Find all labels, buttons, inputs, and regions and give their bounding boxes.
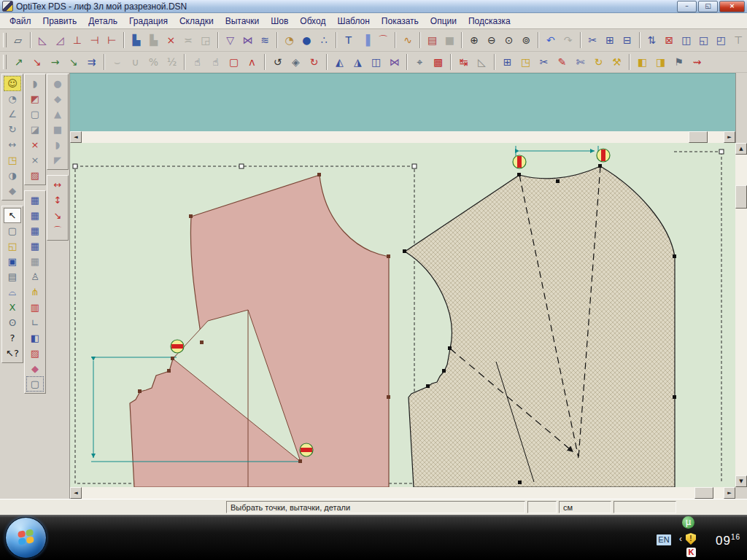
menu-item-10[interactable]: Опции xyxy=(425,15,462,28)
scroll-down-button[interactable]: ▼ xyxy=(735,475,747,487)
grid-icon[interactable]: ▦ xyxy=(26,254,44,269)
piece-duplicate-icon[interactable]: ◫ xyxy=(678,31,695,49)
horizontal-scroll-thumb[interactable] xyxy=(694,487,713,499)
pieces-overlap-icon[interactable]: ⊞ xyxy=(498,53,516,71)
save-icon[interactable]: ▣ xyxy=(4,254,21,269)
menu-item-6[interactable]: Шов xyxy=(265,15,294,28)
pan-hand-icon[interactable]: ☝ xyxy=(188,53,206,71)
print-icon[interactable]: ▤ xyxy=(4,269,21,284)
polyline-icon[interactable]: ʌ xyxy=(243,53,261,71)
paste-icon[interactable]: ⊟ xyxy=(619,31,636,49)
notch-point-icon[interactable]: ⌖ xyxy=(411,53,429,71)
redo-icon[interactable]: ↷ xyxy=(560,31,577,49)
help-icon[interactable]: ? xyxy=(4,330,21,346)
pattern-tool-d-icon[interactable]: ■ xyxy=(49,122,66,137)
table-points-icon[interactable]: ▦ xyxy=(26,192,44,208)
pattern-tool-f-icon[interactable]: ◤ xyxy=(49,152,66,168)
point-move-x-icon[interactable]: ↘ xyxy=(28,53,46,71)
menu-item-7[interactable]: Обход xyxy=(294,15,331,28)
corner-gray-icon[interactable]: ◲ xyxy=(197,31,214,49)
point-move-h-icon[interactable]: → xyxy=(46,53,64,71)
pin-left-icon[interactable]: ⊣ xyxy=(86,31,104,49)
start-button[interactable] xyxy=(5,517,47,559)
pieces-swap-icon[interactable]: ⇅ xyxy=(643,31,661,49)
pattern-tool-e-icon[interactable]: ◗ xyxy=(49,137,66,152)
flip-right-icon[interactable]: ◮ xyxy=(349,53,367,71)
mirror-x-icon[interactable]: ◫ xyxy=(367,53,385,71)
cut-line-icon[interactable]: ✄ xyxy=(571,53,589,71)
new-icon[interactable]: ▢ xyxy=(4,223,21,238)
canvas-vertical-scrollbar[interactable]: ▲ ▼ xyxy=(735,143,747,487)
measure-diag-icon[interactable]: ↘ xyxy=(49,208,66,223)
clock[interactable]: 0916 xyxy=(716,533,740,548)
marquee-red-icon[interactable]: ▢ xyxy=(225,53,243,71)
open-icon[interactable]: ◱ xyxy=(4,238,21,254)
ruler-triangle-icon[interactable]: ◺ xyxy=(473,53,491,71)
halves-icon[interactable]: ◑ xyxy=(4,168,21,183)
point-half-icon[interactable]: ½ xyxy=(163,53,181,71)
piece-dash-icon[interactable]: ▢ xyxy=(26,376,44,392)
menu-item-0[interactable]: Файл xyxy=(4,15,37,28)
piece-window-2-icon[interactable]: ◰ xyxy=(713,31,730,49)
shape-tool-2-icon[interactable]: ◩ xyxy=(26,91,44,106)
route-icon[interactable]: ⇝ xyxy=(688,53,706,71)
cut-icon[interactable]: ✂ xyxy=(584,31,602,49)
angle-icon[interactable]: ∠ xyxy=(4,106,21,122)
width-arrows-icon[interactable]: ↔ xyxy=(4,137,21,152)
flip-left-icon[interactable]: ◭ xyxy=(330,53,349,71)
shadow-piece-icon[interactable]: ▐ xyxy=(357,31,375,49)
point-move-v-icon[interactable]: ↘ xyxy=(64,53,82,71)
close-button[interactable]: × xyxy=(719,1,745,12)
pattern-tool-b-icon[interactable]: ◆ xyxy=(49,91,66,106)
curve-mid-icon[interactable]: ∪ xyxy=(126,53,144,71)
select-icon[interactable]: ↖ xyxy=(4,208,21,223)
menu-item-1[interactable]: Править xyxy=(37,15,83,28)
point-percent-icon[interactable]: % xyxy=(144,53,163,71)
shape-tool-3-icon[interactable]: ◪ xyxy=(26,122,44,137)
dots-tool-icon[interactable]: ∴ xyxy=(315,31,333,49)
help-arrow-icon[interactable]: ↖? xyxy=(4,346,21,361)
marquee-pts-icon[interactable]: ▢ xyxy=(26,106,44,122)
security-shield-icon[interactable]: ! xyxy=(686,533,696,545)
restore-button[interactable]: ◱ xyxy=(698,1,718,12)
fold-page-icon[interactable]: ◳ xyxy=(4,152,21,168)
palette-icon[interactable]: ▥ xyxy=(26,300,44,315)
excel-icon[interactable]: X xyxy=(4,300,21,315)
piece-extract-icon[interactable]: ◳ xyxy=(516,53,535,71)
piece-left-half-icon[interactable]: ◧ xyxy=(633,53,651,71)
shape-blob-icon[interactable]: ◆ xyxy=(4,183,21,198)
strip-scroll-left-button[interactable]: ◄ xyxy=(70,131,82,143)
set-square-icon[interactable]: ◺ xyxy=(34,31,52,49)
mouse-icon[interactable]: ʘ xyxy=(4,315,21,330)
garment-icon[interactable]: ⋔ xyxy=(26,284,44,300)
strip-scroll-right-button[interactable]: ► xyxy=(724,131,735,143)
button-blue-icon[interactable]: ● xyxy=(298,31,316,49)
stitch-gray-icon[interactable]: ≍ xyxy=(179,31,197,49)
mannequin-icon[interactable]: ♙ xyxy=(26,269,44,284)
rotate-arc-icon[interactable]: ↻ xyxy=(4,122,21,137)
measure-h-icon[interactable]: ↔ xyxy=(49,177,66,192)
eraser-icon[interactable]: ▱ xyxy=(9,31,27,49)
scroll-left-button[interactable]: ◄ xyxy=(70,487,82,499)
pattern-canvas[interactable] xyxy=(70,143,735,487)
hatch-band-icon[interactable]: ▨ xyxy=(26,168,44,183)
sewing-machine-icon[interactable]: ▙ xyxy=(128,31,145,49)
fold-yellow-icon[interactable]: ↻ xyxy=(589,53,608,71)
piece-window-icon[interactable]: ◱ xyxy=(695,31,713,49)
pattern-tool-c-icon[interactable]: ▲ xyxy=(49,106,66,122)
text-tool-icon[interactable]: T xyxy=(340,31,357,49)
pin-vertical-icon[interactable]: ⊥ xyxy=(69,31,86,49)
measure-arc-icon[interactable]: ⌒ xyxy=(49,223,66,238)
dart-tool-icon[interactable]: ▽ xyxy=(222,31,239,49)
ruler-screen-icon[interactable]: ▤ xyxy=(424,31,441,49)
set-square-point-icon[interactable]: ◿ xyxy=(51,31,69,49)
canvas-horizontal-scrollbar[interactable]: ◄ ► xyxy=(70,487,735,499)
zoom-all-icon[interactable]: ⊙ xyxy=(500,31,518,49)
rotate-180-icon[interactable]: ↻ xyxy=(305,53,323,71)
table-grade-icon[interactable]: ▦ xyxy=(26,238,44,254)
rotate-free-icon[interactable]: ◈ xyxy=(287,53,305,71)
walk-tool-icon[interactable]: ↹ xyxy=(454,53,473,71)
dart-mirror-icon[interactable]: ⋈ xyxy=(239,31,256,49)
stitch-remove-icon[interactable]: × xyxy=(163,31,180,49)
menu-item-8[interactable]: Шаблон xyxy=(331,15,375,28)
